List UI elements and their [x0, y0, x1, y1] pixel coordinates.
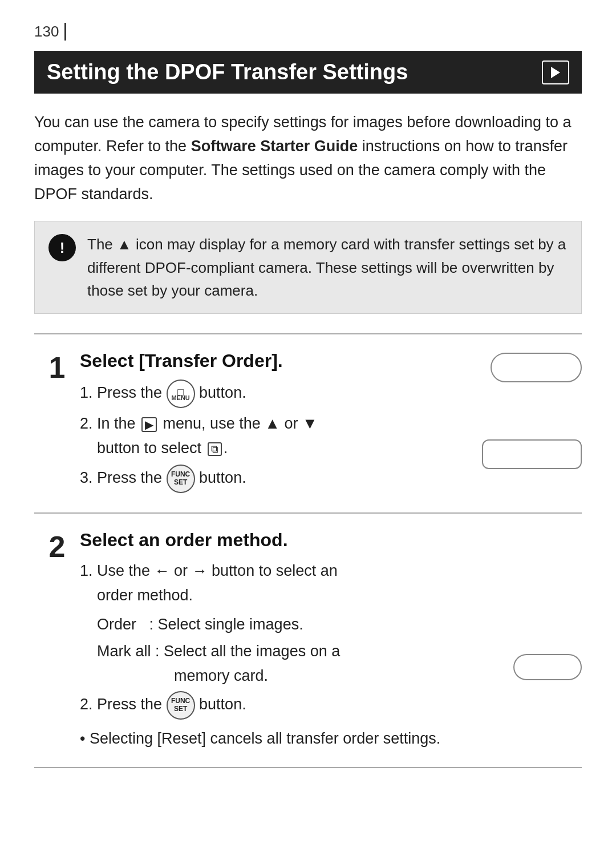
step-1-images — [468, 350, 582, 496]
step-2-instruction-2: 2. Press the FUNCSET button. — [80, 691, 456, 720]
page-title: Setting the DPOF Transfer Settings — [47, 60, 408, 84]
step-1-body: 1. Press the □ MENU button. 2. In the ▶ … — [80, 380, 456, 492]
step-1-screen-bottom — [482, 439, 582, 469]
step-1-screen-top — [491, 353, 582, 382]
step-2-row: 2 Select an order method. 1. Use the ← o… — [34, 514, 582, 768]
play-triangle — [551, 67, 560, 78]
transfer-order-icon: ⧉ — [208, 442, 222, 456]
page-number-row: 130 — [34, 23, 582, 41]
step-1-instruction-2: 2. In the ▶ menu, use the ▲ or ▼ button … — [80, 411, 456, 461]
step-1-title: Select [Transfer Order]. — [80, 350, 456, 372]
step-2-body: 1. Use the ← or → button to select an or… — [80, 559, 456, 751]
page-number: 130 — [34, 23, 66, 41]
playback-mode-icon — [542, 60, 569, 84]
warning-text: The ▲ icon may display for a memory card… — [87, 233, 568, 302]
order-mark-all: Mark all : Select all the images on a me… — [80, 639, 456, 688]
step-1-instruction-3: 3. Press the FUNCSET button. — [80, 465, 456, 493]
step-1-content: Select [Transfer Order]. 1. Press the □ … — [80, 350, 468, 496]
order-single: Order : Select single images. — [80, 612, 456, 637]
step-2-note: • Selecting [Reset] cancels all transfer… — [80, 726, 456, 751]
func-set-button-icon: FUNCSET — [167, 465, 195, 493]
step-2-number-col: 2 — [34, 530, 80, 751]
intro-paragraph: You can use the camera to specify settin… — [34, 111, 582, 206]
func-set-button-icon-2: FUNCSET — [167, 691, 195, 720]
step-1-number-col: 1 — [34, 350, 80, 496]
menu-button-icon: □ MENU — [167, 380, 195, 408]
warning-icon: ! — [48, 234, 76, 261]
step-2-screen — [513, 654, 582, 680]
step-2-content: Select an order method. 1. Use the ← or … — [80, 530, 468, 751]
title-bar: Setting the DPOF Transfer Settings — [34, 51, 582, 94]
guide-name: Software Starter Guide — [191, 138, 358, 155]
steps-container: 1 Select [Transfer Order]. 1. Press the … — [34, 333, 582, 768]
warning-box: ! The ▲ icon may display for a memory ca… — [34, 221, 582, 314]
playback-menu-icon: ▶ — [141, 417, 157, 432]
step-1-number: 1 — [49, 353, 66, 382]
step-2-images — [468, 530, 582, 751]
step-1-row: 1 Select [Transfer Order]. 1. Press the … — [34, 334, 582, 513]
order-items: Order : Select single images. Mark all :… — [80, 612, 456, 689]
step-2-title: Select an order method. — [80, 530, 456, 551]
step-2-instruction-1: 1. Use the ← or → button to select an or… — [80, 559, 456, 608]
step-1-instruction-1: 1. Press the □ MENU button. — [80, 380, 456, 408]
step-2-number: 2 — [49, 532, 66, 562]
